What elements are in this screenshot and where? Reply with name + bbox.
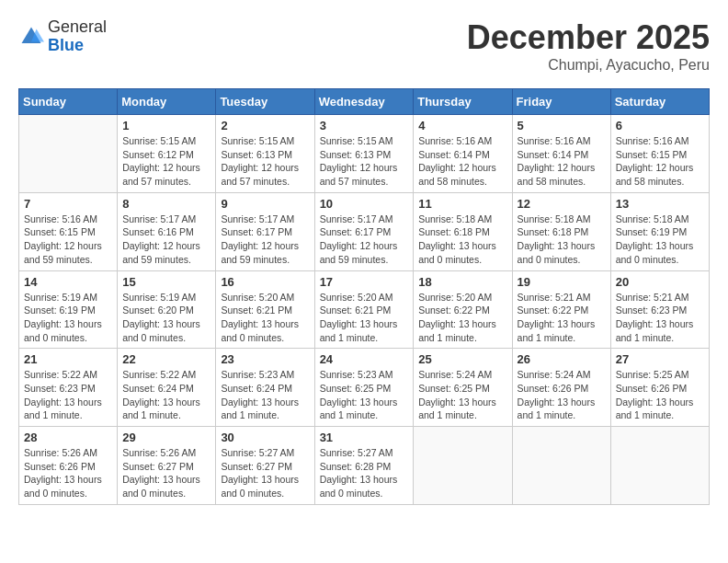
day-number: 15 [122,275,210,289]
logo-text: General Blue [48,18,107,55]
location-subtitle: Chumpi, Ayacucho, Peru [467,57,710,74]
day-info: Sunrise: 5:24 AM Sunset: 6:25 PM Dayligh… [418,368,506,422]
calendar-cell: 1Sunrise: 5:15 AM Sunset: 6:12 PM Daylig… [118,115,216,193]
day-info: Sunrise: 5:20 AM Sunset: 6:22 PM Dayligh… [418,291,506,345]
calendar-week-2: 7Sunrise: 5:16 AM Sunset: 6:15 PM Daylig… [19,192,710,270]
calendar-table: SundayMondayTuesdayWednesdayThursdayFrid… [18,88,710,505]
day-number: 24 [320,352,409,366]
day-info: Sunrise: 5:20 AM Sunset: 6:21 PM Dayligh… [320,291,409,345]
day-number: 17 [320,275,409,289]
day-number: 31 [320,431,409,444]
day-number: 27 [616,352,704,366]
day-info: Sunrise: 5:24 AM Sunset: 6:26 PM Dayligh… [518,368,606,422]
day-number: 2 [221,119,309,132]
calendar-cell: 6Sunrise: 5:16 AM Sunset: 6:15 PM Daylig… [610,115,709,193]
day-info: Sunrise: 5:21 AM Sunset: 6:23 PM Dayligh… [616,291,704,345]
day-info: Sunrise: 5:15 AM Sunset: 6:13 PM Dayligh… [320,134,409,189]
day-info: Sunrise: 5:16 AM Sunset: 6:15 PM Dayligh… [616,134,704,189]
day-info: Sunrise: 5:20 AM Sunset: 6:21 PM Dayligh… [221,291,309,345]
calendar-cell: 13Sunrise: 5:18 AM Sunset: 6:19 PM Dayli… [610,192,709,270]
calendar-cell: 14Sunrise: 5:19 AM Sunset: 6:19 PM Dayli… [19,270,118,349]
day-info: Sunrise: 5:27 AM Sunset: 6:27 PM Dayligh… [221,446,309,500]
calendar-week-3: 14Sunrise: 5:19 AM Sunset: 6:19 PM Dayli… [19,270,710,349]
day-number: 20 [616,275,704,289]
calendar-cell: 2Sunrise: 5:15 AM Sunset: 6:13 PM Daylig… [216,115,314,193]
weekday-header-wednesday: Wednesday [314,89,414,115]
calendar-cell: 12Sunrise: 5:18 AM Sunset: 6:18 PM Dayli… [512,192,610,270]
day-info: Sunrise: 5:23 AM Sunset: 6:24 PM Dayligh… [221,368,309,422]
calendar-cell: 26Sunrise: 5:24 AM Sunset: 6:26 PM Dayli… [512,349,610,427]
calendar-cell [19,115,118,193]
calendar-cell: 20Sunrise: 5:21 AM Sunset: 6:23 PM Dayli… [610,270,709,349]
day-info: Sunrise: 5:27 AM Sunset: 6:28 PM Dayligh… [320,446,409,500]
calendar-cell: 23Sunrise: 5:23 AM Sunset: 6:24 PM Dayli… [216,349,314,427]
day-info: Sunrise: 5:21 AM Sunset: 6:22 PM Dayligh… [518,291,606,345]
logo-blue: Blue [48,36,84,54]
day-number: 30 [221,431,309,444]
day-info: Sunrise: 5:22 AM Sunset: 6:24 PM Dayligh… [122,368,210,422]
calendar-cell: 3Sunrise: 5:15 AM Sunset: 6:13 PM Daylig… [314,115,414,193]
day-number: 7 [24,197,112,211]
day-number: 25 [418,352,506,366]
day-number: 18 [418,275,506,289]
weekday-header-saturday: Saturday [610,89,709,115]
day-number: 26 [518,352,606,366]
day-number: 6 [616,119,704,132]
day-info: Sunrise: 5:26 AM Sunset: 6:26 PM Dayligh… [24,446,112,500]
calendar-week-4: 21Sunrise: 5:22 AM Sunset: 6:23 PM Dayli… [19,349,710,427]
day-info: Sunrise: 5:23 AM Sunset: 6:25 PM Dayligh… [320,368,409,422]
day-number: 13 [616,197,704,211]
calendar-cell: 28Sunrise: 5:26 AM Sunset: 6:26 PM Dayli… [19,427,118,505]
calendar-cell: 22Sunrise: 5:22 AM Sunset: 6:24 PM Dayli… [118,349,216,427]
day-number: 10 [320,197,409,211]
day-info: Sunrise: 5:15 AM Sunset: 6:12 PM Dayligh… [122,134,210,189]
day-number: 9 [221,197,309,211]
day-info: Sunrise: 5:26 AM Sunset: 6:27 PM Dayligh… [122,446,210,500]
calendar-cell: 25Sunrise: 5:24 AM Sunset: 6:25 PM Dayli… [414,349,512,427]
day-number: 19 [518,275,606,289]
calendar-cell: 8Sunrise: 5:17 AM Sunset: 6:16 PM Daylig… [118,192,216,270]
logo: General Blue [18,18,107,55]
calendar-cell [414,427,512,505]
calendar-cell: 9Sunrise: 5:17 AM Sunset: 6:17 PM Daylig… [216,192,314,270]
day-info: Sunrise: 5:22 AM Sunset: 6:23 PM Dayligh… [24,368,112,422]
day-number: 1 [122,119,210,132]
weekday-header-friday: Friday [512,89,610,115]
calendar-cell: 11Sunrise: 5:18 AM Sunset: 6:18 PM Dayli… [414,192,512,270]
calendar-cell: 30Sunrise: 5:27 AM Sunset: 6:27 PM Dayli… [216,427,314,505]
page-header: General Blue December 2025 Chumpi, Ayacu… [18,18,710,74]
day-number: 21 [24,352,112,366]
logo-icon [18,24,44,50]
weekday-header-thursday: Thursday [414,89,512,115]
day-number: 28 [24,431,112,444]
day-info: Sunrise: 5:17 AM Sunset: 6:17 PM Dayligh… [320,213,409,267]
day-info: Sunrise: 5:16 AM Sunset: 6:15 PM Dayligh… [24,213,112,267]
month-title: December 2025 [467,18,710,57]
calendar-cell: 15Sunrise: 5:19 AM Sunset: 6:20 PM Dayli… [118,270,216,349]
day-number: 23 [221,352,309,366]
day-info: Sunrise: 5:15 AM Sunset: 6:13 PM Dayligh… [221,134,309,189]
weekday-header-monday: Monday [118,89,216,115]
day-number: 22 [122,352,210,366]
calendar-cell: 16Sunrise: 5:20 AM Sunset: 6:21 PM Dayli… [216,270,314,349]
day-number: 5 [518,119,606,132]
day-info: Sunrise: 5:18 AM Sunset: 6:18 PM Dayligh… [518,213,606,267]
day-info: Sunrise: 5:19 AM Sunset: 6:19 PM Dayligh… [24,291,112,345]
title-block: December 2025 Chumpi, Ayacucho, Peru [467,18,710,74]
calendar-cell: 21Sunrise: 5:22 AM Sunset: 6:23 PM Dayli… [19,349,118,427]
day-number: 12 [518,197,606,211]
day-number: 8 [122,197,210,211]
day-number: 4 [418,119,506,132]
day-number: 14 [24,275,112,289]
calendar-cell: 29Sunrise: 5:26 AM Sunset: 6:27 PM Dayli… [118,427,216,505]
calendar-cell: 4Sunrise: 5:16 AM Sunset: 6:14 PM Daylig… [414,115,512,193]
calendar-cell: 7Sunrise: 5:16 AM Sunset: 6:15 PM Daylig… [19,192,118,270]
calendar-cell: 27Sunrise: 5:25 AM Sunset: 6:26 PM Dayli… [610,349,709,427]
calendar-cell: 10Sunrise: 5:17 AM Sunset: 6:17 PM Dayli… [314,192,414,270]
weekday-header-tuesday: Tuesday [216,89,314,115]
calendar-header-row: SundayMondayTuesdayWednesdayThursdayFrid… [19,89,710,115]
calendar-cell: 18Sunrise: 5:20 AM Sunset: 6:22 PM Dayli… [414,270,512,349]
logo-general: General [48,17,107,36]
day-info: Sunrise: 5:19 AM Sunset: 6:20 PM Dayligh… [122,291,210,345]
day-number: 11 [418,197,506,211]
